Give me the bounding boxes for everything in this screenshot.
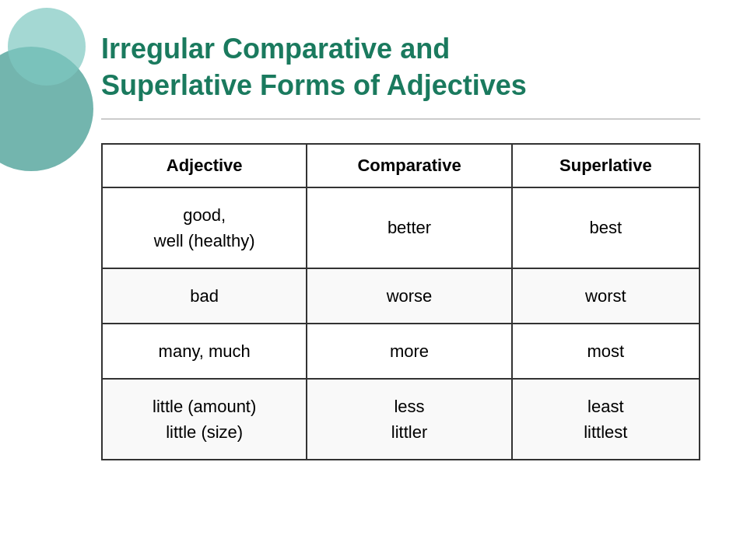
- header-comparative: Comparative: [307, 144, 511, 187]
- adjectives-table: Adjective Comparative Superlative good,w…: [101, 143, 700, 460]
- header-superlative: Superlative: [512, 144, 700, 187]
- cell-adjective-2: many, much: [102, 324, 307, 379]
- page-title: Irregular Comparative and Superlative Fo…: [101, 31, 700, 104]
- title-line2: Superlative Forms of Adjectives: [101, 69, 527, 101]
- cell-adjective-1: bad: [102, 268, 307, 324]
- cell-superlative-2: most: [512, 324, 700, 379]
- decorative-circles: [0, 0, 93, 202]
- title-line1: Irregular Comparative and: [101, 33, 450, 65]
- cell-comparative-3: lesslittler: [307, 379, 511, 460]
- table-header-row: Adjective Comparative Superlative: [102, 144, 700, 187]
- table-row: badworseworst: [102, 268, 700, 324]
- circle-small: [8, 8, 86, 86]
- header-adjective: Adjective: [102, 144, 307, 187]
- cell-superlative-1: worst: [512, 268, 700, 324]
- cell-adjective-0: good,well (healthy): [102, 187, 307, 268]
- table-row: good,well (healthy)betterbest: [102, 187, 700, 268]
- cell-superlative-3: leastlittlest: [512, 379, 700, 460]
- cell-adjective-3: little (amount)little (size): [102, 379, 307, 460]
- table-row: many, muchmoremost: [102, 324, 700, 379]
- divider: [101, 118, 700, 120]
- main-content: Irregular Comparative and Superlative Fo…: [0, 0, 747, 492]
- cell-comparative-2: more: [307, 324, 511, 379]
- table-row: little (amount)little (size)lesslittlerl…: [102, 379, 700, 460]
- cell-comparative-1: worse: [307, 268, 511, 324]
- cell-comparative-0: better: [307, 187, 511, 268]
- cell-superlative-0: best: [512, 187, 700, 268]
